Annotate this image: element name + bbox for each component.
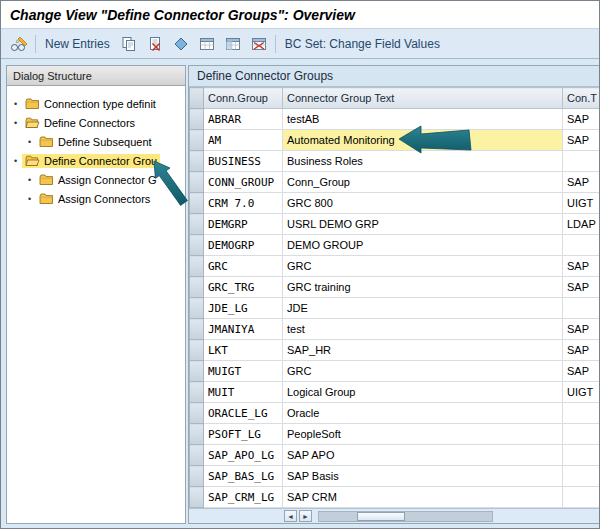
group-text-cell[interactable]: Business Roles [283, 151, 563, 172]
conn-group-cell[interactable]: ABRAR [204, 109, 283, 130]
closed-folder-icon [25, 98, 40, 110]
row-selector[interactable] [190, 172, 204, 193]
group-text-cell[interactable]: GRC [283, 256, 563, 277]
row-selector[interactable] [190, 214, 204, 235]
conn-group-cell[interactable]: MUIGT [204, 361, 283, 382]
conn-type-cell[interactable] [563, 424, 600, 445]
conn-type-cell[interactable]: SAP [563, 319, 600, 340]
conn-type-cell[interactable] [563, 445, 600, 466]
scroll-left-button[interactable]: ◄ [284, 510, 297, 522]
conn-type-cell[interactable] [563, 151, 600, 172]
conn-type-cell[interactable] [563, 235, 600, 256]
group-text-cell[interactable]: SAP APO [283, 445, 563, 466]
column-header-con-t[interactable]: Con.T [563, 88, 600, 109]
row-selector[interactable] [190, 340, 204, 361]
conn-group-cell[interactable]: BUSINESS [204, 151, 283, 172]
row-selector[interactable] [190, 382, 204, 403]
tree-item-connection-type-definit[interactable]: •Connection type definit [7, 94, 185, 113]
conn-group-cell[interactable]: LKT [204, 340, 283, 361]
group-text-cell[interactable]: GRC training [283, 277, 563, 298]
group-text-cell[interactable]: GRC [283, 361, 563, 382]
row-selector[interactable] [190, 256, 204, 277]
column-header-connector-group-text[interactable]: Connector Group Text [283, 88, 563, 109]
group-text-cell[interactable]: PeopleSoft [283, 424, 563, 445]
group-text-cell[interactable]: test [283, 319, 563, 340]
row-selector[interactable] [190, 361, 204, 382]
row-selector[interactable] [190, 403, 204, 424]
row-selector[interactable] [190, 235, 204, 256]
group-text-cell[interactable]: DEMO GROUP [283, 235, 563, 256]
bc-set-change-field-values-button[interactable]: BC Set: Change Field Values [282, 36, 443, 52]
conn-group-cell[interactable]: DEMGRP [204, 214, 283, 235]
conn-group-cell[interactable]: PSOFT_LG [204, 424, 283, 445]
conn-group-cell[interactable]: MUIT [204, 382, 283, 403]
new-entries-button[interactable]: New Entries [42, 36, 113, 52]
row-selector[interactable] [190, 277, 204, 298]
conn-type-cell[interactable]: SAP [563, 361, 600, 382]
conn-type-cell[interactable] [563, 487, 600, 508]
conn-group-cell[interactable]: AM [204, 130, 283, 151]
conn-type-cell[interactable]: LDAP [563, 214, 600, 235]
delete-entry-icon[interactable] [145, 35, 165, 53]
group-text-cell[interactable]: Oracle [283, 403, 563, 424]
row-selector[interactable] [190, 424, 204, 445]
tree-item-assign-connectors[interactable]: •Assign Connectors [7, 189, 185, 208]
row-selector[interactable] [190, 487, 204, 508]
scroll-right-button[interactable]: ► [299, 510, 312, 522]
conn-type-cell[interactable]: SAP [563, 340, 600, 361]
conn-group-cell[interactable]: CRM 7.0 [204, 193, 283, 214]
row-selector[interactable] [190, 151, 204, 172]
row-selector[interactable] [190, 130, 204, 151]
conn-group-cell[interactable]: DEMOGRP [204, 235, 283, 256]
conn-type-cell[interactable]: UIGT [563, 193, 600, 214]
conn-type-cell[interactable]: UIGT [563, 382, 600, 403]
conn-type-cell[interactable]: SAP [563, 109, 600, 130]
select-block-icon[interactable] [223, 35, 243, 53]
conn-group-cell[interactable]: SAP_BAS_LG [204, 466, 283, 487]
conn-type-cell[interactable]: SAP [563, 256, 600, 277]
copy-as-icon[interactable] [119, 35, 139, 53]
conn-group-cell[interactable]: SAP_CRM_LG [204, 487, 283, 508]
row-selector[interactable] [190, 193, 204, 214]
group-text-cell[interactable]: testAB [283, 109, 563, 130]
row-selector[interactable] [190, 445, 204, 466]
conn-type-cell[interactable] [563, 403, 600, 424]
tree-item-define-connectors[interactable]: •Define Connectors [7, 113, 185, 132]
group-text-cell[interactable]: USRL DEMO GRP [283, 214, 563, 235]
group-text-cell[interactable]: JDE [283, 298, 563, 319]
display-change-icon[interactable] [9, 35, 29, 53]
conn-group-cell[interactable]: JDE_LG [204, 298, 283, 319]
deselect-all-icon[interactable] [249, 35, 269, 53]
row-selector[interactable] [190, 298, 204, 319]
scrollbar-track[interactable] [318, 511, 493, 522]
conn-type-cell[interactable] [563, 466, 600, 487]
row-selector[interactable] [190, 466, 204, 487]
conn-type-cell[interactable] [563, 298, 600, 319]
conn-type-cell[interactable]: SAP [563, 277, 600, 298]
group-text-cell[interactable]: SAP_HR [283, 340, 563, 361]
conn-group-cell[interactable]: GRC [204, 256, 283, 277]
row-selector[interactable] [190, 109, 204, 130]
conn-group-cell[interactable]: ORACLE_LG [204, 403, 283, 424]
tree-item-define-connector-grou[interactable]: •Define Connector Grou [7, 151, 185, 170]
table-row: CRM 7.0GRC 800UIGT [190, 193, 600, 214]
row-selector[interactable] [190, 319, 204, 340]
conn-type-cell[interactable]: SAP [563, 172, 600, 193]
tree-item-assign-connector-g[interactable]: •Assign Connector G [7, 170, 185, 189]
group-text-cell[interactable]: GRC 800 [283, 193, 563, 214]
scrollbar-thumb[interactable] [357, 512, 405, 521]
group-text-cell[interactable]: Logical Group [283, 382, 563, 403]
select-all-icon[interactable] [197, 35, 217, 53]
group-text-cell[interactable]: Conn_Group [283, 172, 563, 193]
conn-group-cell[interactable]: SAP_APO_LG [204, 445, 283, 466]
conn-group-cell[interactable]: JMANIYA [204, 319, 283, 340]
column-header-conn-group[interactable]: Conn.Group [204, 88, 283, 109]
tree-item-define-subsequent[interactable]: •Define Subsequent [7, 132, 185, 151]
conn-type-cell[interactable]: SAP [563, 130, 600, 151]
undo-change-icon[interactable] [171, 35, 191, 53]
group-text-cell[interactable]: SAP CRM [283, 487, 563, 508]
conn-group-cell[interactable]: GRC_TRG [204, 277, 283, 298]
automated-monitoring-cell[interactable]: Automated Monitoring [283, 130, 563, 151]
conn-group-cell[interactable]: CONN_GROUP [204, 172, 283, 193]
group-text-cell[interactable]: SAP Basis [283, 466, 563, 487]
